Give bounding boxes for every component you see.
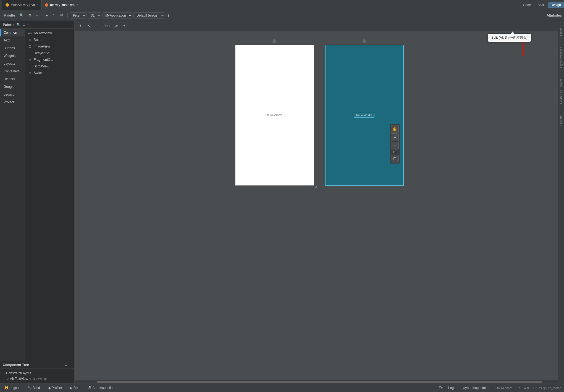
horizontal-scrollbar[interactable] xyxy=(75,380,564,383)
palette-cat-google[interactable]: Google xyxy=(0,83,25,91)
palette-cat-project[interactable]: Project xyxy=(0,98,25,106)
hello-world-teal[interactable]: Hello World! xyxy=(354,113,374,118)
design-blueprint-button[interactable]: ⊡ xyxy=(94,23,100,29)
zoom-label: 1:1 xyxy=(391,150,399,154)
device-file-explorer-tab[interactable]: Device File Explorer xyxy=(560,79,563,104)
bottom-bar: 🐱 Logcat 🔨 Build ◉ Profiler ▶ Run 🔎 App … xyxy=(0,383,564,392)
emulator-tab[interactable]: Emulator xyxy=(560,115,563,126)
profiler-button[interactable]: ◉ Profiler xyxy=(46,385,64,391)
build-button[interactable]: 🔨 Build xyxy=(26,385,42,391)
palette-item-textview-label: Ab TextView xyxy=(34,31,52,35)
design-magic-icon: ✦ xyxy=(123,24,126,28)
toolbar-gear-button[interactable]: ⚙ xyxy=(27,12,33,19)
palette-item-recyclerview-label: RecyclerVi... xyxy=(34,51,52,55)
palette-toggle-button[interactable]: Palette xyxy=(2,12,17,19)
run-icon: ▶ xyxy=(70,386,72,390)
palette-cat-helpers[interactable]: Helpers xyxy=(0,75,25,83)
palette-sidebar: Palette 🔍 ⚙ − Common Text Buttons Widget… xyxy=(0,21,75,383)
fragment-icon: ▭ xyxy=(28,58,32,62)
palette-title: Palette xyxy=(3,23,15,27)
palette-categories: Common Text Buttons Widgets Layouts Cont… xyxy=(0,29,25,361)
palette-item-textview[interactable]: Ab Ab TextView xyxy=(25,30,74,36)
button-icon: ▭ xyxy=(28,38,32,42)
comp-tree-minus-icon[interactable]: − xyxy=(69,363,72,367)
gradle-tab[interactable]: Gradle xyxy=(560,28,563,36)
cursor-icon: ↖ xyxy=(53,13,56,17)
info-icon: ℹ xyxy=(168,13,169,17)
palette-item-button[interactable]: ▭ Button xyxy=(25,36,74,43)
canvas-zoom-in-button[interactable]: + xyxy=(391,133,399,141)
canvas-frame-button[interactable]: ⊡ xyxy=(391,155,399,162)
phone-screen-white[interactable]: Hello World! xyxy=(235,45,314,186)
palette-item-scrollview[interactable]: ▭ ScrollView xyxy=(25,63,74,70)
api-select[interactable]: 31 xyxy=(88,12,101,19)
palette-item-switch[interactable]: ⊙ Switch xyxy=(25,70,74,76)
textview-tree-icon: ↙ xyxy=(7,377,9,380)
profiler-icon: ◉ xyxy=(48,386,51,390)
comp-tree-body: ↙ ConstraintLayout ↙ Ab TextView "Hello … xyxy=(0,369,74,383)
palette-cat-buttons[interactable]: Buttons xyxy=(0,44,25,52)
palette-search-icon[interactable]: 🔍 xyxy=(16,23,21,27)
layout-inspector-label: Layout Inspector xyxy=(461,386,486,390)
comp-tree-gear-icon[interactable]: ⚙ xyxy=(64,363,68,367)
toolbar-eye-button[interactable]: 👁 xyxy=(58,12,65,19)
toolbar-cursor-button[interactable]: ↖ xyxy=(51,12,57,19)
tab-mainactivity[interactable]: MainActivity.java × xyxy=(2,0,42,10)
palette-cat-containers[interactable]: Containers xyxy=(0,67,25,75)
design-align-button[interactable]: ⊥ xyxy=(129,23,135,29)
canvas-zoom-out-button[interactable]: − xyxy=(391,142,399,149)
design-magic-button[interactable]: ✦ xyxy=(121,23,127,29)
tab-activitymain-close[interactable]: × xyxy=(77,3,79,6)
textview-tree-value: "Hello World!" xyxy=(29,377,48,380)
scrollbar-thumb[interactable] xyxy=(97,381,542,383)
palette-cat-widgets[interactable]: Widgets xyxy=(0,52,25,60)
toolbar-design-icon-button[interactable]: ▸ xyxy=(44,12,50,19)
phone-screen-teal[interactable]: Hello World! xyxy=(325,45,404,186)
phone-pin-teal xyxy=(362,39,366,43)
design-canvas[interactable]: Hello World! ◢ Hello World! ✋ + xyxy=(75,31,564,380)
design-cursor-button[interactable]: ↖ xyxy=(86,23,92,29)
palette-cat-legacy[interactable]: Legacy xyxy=(0,91,25,98)
tab-mainactivity-label: MainActivity.java xyxy=(11,3,35,7)
palette-cat-text[interactable]: Text xyxy=(0,36,25,44)
palette-cat-layouts[interactable]: Layouts xyxy=(0,60,25,67)
layout-validation-tab[interactable]: Layout Validation xyxy=(560,47,563,68)
canvas-hand-button[interactable]: ✋ xyxy=(391,125,399,133)
palette-item-fragment[interactable]: ▭ FragmentC... xyxy=(25,56,74,63)
palette-minus-icon[interactable]: − xyxy=(27,23,30,27)
event-log-button[interactable]: Event Log xyxy=(437,385,455,391)
locale-select[interactable]: Default (en-us) xyxy=(133,12,165,19)
palette-gear-icon[interactable]: ⚙ xyxy=(22,23,26,27)
app-inspection-button[interactable]: 🔎 App Inspection xyxy=(86,385,116,391)
frame-icon: ⊡ xyxy=(393,156,397,161)
tab-mainactivity-close[interactable]: × xyxy=(36,3,38,6)
app-select[interactable]: MyApplication xyxy=(102,12,132,19)
design-transform-icon: ⟳ xyxy=(115,24,118,28)
app-inspection-label: App Inspection xyxy=(93,386,114,390)
device-select[interactable]: Pixel xyxy=(70,12,87,19)
comp-tree-textview[interactable]: ↙ Ab TextView "Hello World!" xyxy=(0,376,74,382)
tab-activitymain[interactable]: activity_main.xml × xyxy=(42,0,82,10)
split-view-button[interactable]: Split xyxy=(534,2,547,8)
toolbar-search-button[interactable]: 🔍 xyxy=(18,12,25,19)
event-log-label: Event Log xyxy=(439,386,454,390)
toolbar-minus-button[interactable]: − xyxy=(34,12,40,19)
design-eye-button[interactable]: 👁 xyxy=(77,23,84,29)
palette-item-imageview[interactable]: 🖼 ImageView xyxy=(25,43,74,50)
design-view-button[interactable]: Design xyxy=(548,2,564,8)
copyright-text: CSDN @The_theme xyxy=(533,386,561,390)
logcat-button[interactable]: 🐱 Logcat xyxy=(3,385,21,391)
comp-tree-constraintlayout[interactable]: ↙ ConstraintLayout xyxy=(0,370,74,376)
textview-icon: Ab xyxy=(28,31,32,35)
run-button[interactable]: ▶ Run xyxy=(68,385,81,391)
resize-handle[interactable]: ◢ xyxy=(314,185,317,188)
info-button[interactable]: ℹ xyxy=(166,12,171,19)
design-0dp-button[interactable]: 0dp xyxy=(102,23,111,29)
palette-item-recyclerview[interactable]: ☰ RecyclerVi... xyxy=(25,50,74,56)
attributes-label: Attributes xyxy=(547,13,562,17)
code-view-button[interactable]: Code xyxy=(520,2,534,8)
layout-inspector-button[interactable]: Layout Inspector xyxy=(460,385,488,391)
design-transform-button[interactable]: ⟳ xyxy=(113,23,119,29)
constraintlayout-tree-icon: ↙ xyxy=(3,372,5,375)
palette-cat-common[interactable]: Common xyxy=(0,29,25,36)
